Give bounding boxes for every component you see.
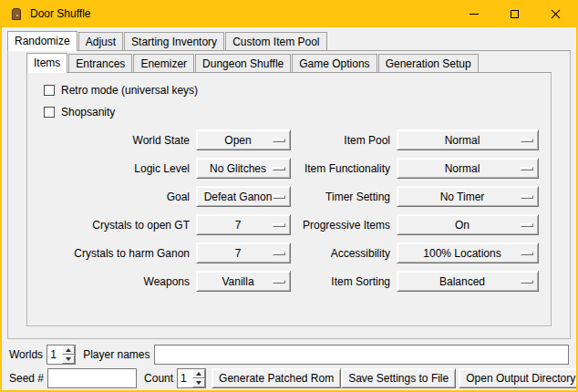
dropdown-indicator-icon: [521, 167, 533, 170]
subtab-game-options[interactable]: Game Options: [292, 54, 377, 72]
player-names-input[interactable]: [154, 345, 570, 365]
randomize-pane: Items Entrances Enemizer Dungeon Shuffle…: [7, 51, 571, 339]
count-up-button[interactable]: [192, 369, 205, 378]
tab-randomize[interactable]: Randomize: [7, 31, 77, 51]
dropdown-indicator-icon: [521, 139, 533, 142]
dropdown-indicator-icon: [273, 167, 285, 170]
dropdown-indicator-icon: [521, 252, 533, 255]
retro-mode-label: Retro mode (universal keys): [61, 84, 198, 97]
arrow-down-icon: [196, 381, 201, 385]
seed-label: Seed #: [9, 372, 44, 385]
subtab-enemizer[interactable]: Enemizer: [133, 54, 194, 72]
progressive-items-dropdown[interactable]: On: [397, 214, 539, 235]
item-sorting-label: Item Sorting: [297, 275, 390, 288]
item-functionality-value: Normal: [445, 162, 480, 175]
minimize-icon: [470, 14, 479, 15]
dropdown-indicator-icon: [273, 195, 285, 199]
dropdown-indicator-icon: [273, 223, 285, 227]
arrow-up-icon: [66, 348, 71, 352]
maximize-icon: [511, 10, 519, 18]
worlds-row: Worlds Player names: [9, 345, 569, 365]
weapons-label: Weapons: [36, 275, 190, 288]
world-state-value: Open: [224, 134, 251, 147]
timer-setting-dropdown[interactable]: No Timer: [397, 186, 539, 207]
item-sorting-dropdown[interactable]: Balanced: [397, 271, 539, 292]
worlds-spinner-arrows: [62, 346, 75, 364]
goal-value: Defeat Ganon: [204, 191, 273, 203]
minimize-button[interactable]: [453, 0, 494, 27]
item-sorting-value: Balanced: [439, 275, 485, 288]
app-icon: [9, 6, 24, 21]
player-names-label: Player names: [83, 348, 150, 361]
dropdown-indicator-icon: [273, 280, 285, 284]
worlds-spinner[interactable]: [46, 345, 76, 365]
count-down-button[interactable]: [192, 378, 205, 387]
timer-setting-value: No Timer: [440, 191, 485, 203]
titlebar[interactable]: Door Shuffle: [2, 0, 576, 27]
dropdown-indicator-icon: [521, 223, 533, 227]
item-pool-value: Normal: [445, 134, 480, 147]
accessibility-dropdown[interactable]: 100% Locations: [397, 242, 539, 263]
retro-mode-checkbox[interactable]: [44, 85, 55, 96]
shopsanity-row[interactable]: Shopsanity: [44, 105, 542, 119]
generate-patched-rom-button[interactable]: Generate Patched Rom: [212, 368, 341, 388]
accessibility-value: 100% Locations: [423, 247, 501, 260]
window: Door Shuffle Randomize Adjust Starting I…: [0, 0, 578, 392]
crystals-harm-ganon-value: 7: [235, 247, 242, 260]
main-tab-bar: Randomize Adjust Starting Inventory Cust…: [7, 31, 571, 51]
shopsanity-label: Shopsanity: [61, 106, 115, 119]
logic-level-dropdown[interactable]: No Glitches: [196, 158, 291, 179]
tab-adjust[interactable]: Adjust: [78, 32, 123, 50]
close-button[interactable]: [535, 0, 576, 27]
open-output-directory-button[interactable]: Open Output Directory: [459, 368, 578, 388]
tab-custom-item-pool[interactable]: Custom Item Pool: [225, 32, 326, 50]
dropdown-indicator-icon: [521, 280, 533, 284]
settings-grid: World State Open Item Pool Normal Logic …: [36, 129, 542, 292]
logic-level-value: No Glitches: [210, 162, 266, 175]
progressive-items-label: Progressive Items: [297, 219, 390, 232]
save-settings-button[interactable]: Save Settings to File: [341, 368, 456, 388]
dropdown-indicator-icon: [273, 252, 285, 255]
sub-tab-bar: Items Entrances Enemizer Dungeon Shuffle…: [26, 53, 552, 73]
crystals-open-gt-label: Crystals to open GT: [36, 219, 190, 232]
subtab-items[interactable]: Items: [26, 53, 67, 73]
goal-label: Goal: [36, 191, 190, 203]
crystals-harm-ganon-dropdown[interactable]: 7: [196, 242, 291, 263]
logic-level-label: Logic Level: [36, 162, 190, 175]
window-controls: [453, 0, 576, 27]
progressive-items-value: On: [455, 219, 470, 232]
subtab-dungeon-shuffle[interactable]: Dungeon Shuffle: [195, 54, 291, 72]
retro-mode-row[interactable]: Retro mode (universal keys): [44, 83, 542, 97]
timer-setting-label: Timer Setting: [297, 191, 390, 203]
sub-notebook: Items Entrances Enemizer Dungeon Shuffle…: [26, 53, 552, 326]
item-pool-dropdown[interactable]: Normal: [397, 129, 539, 150]
worlds-input[interactable]: [47, 346, 62, 364]
weapons-value: Vanilla: [222, 275, 253, 288]
client-area: Randomize Adjust Starting Inventory Cust…: [2, 31, 576, 392]
goal-dropdown[interactable]: Defeat Ganon: [196, 186, 291, 207]
count-input[interactable]: [178, 369, 192, 387]
count-spinner[interactable]: [177, 368, 206, 388]
arrow-up-icon: [196, 372, 201, 376]
worlds-up-button[interactable]: [62, 346, 75, 355]
items-pane: Retro mode (universal keys) Shopsanity W…: [26, 73, 552, 326]
bottom-bar: Worlds Player names Seed # Count: [9, 345, 569, 388]
world-state-label: World State: [36, 134, 190, 147]
shopsanity-checkbox[interactable]: [44, 107, 55, 118]
accessibility-label: Accessibility: [297, 247, 390, 260]
world-state-dropdown[interactable]: Open: [196, 129, 291, 150]
crystals-open-gt-value: 7: [235, 219, 242, 232]
window-title: Door Shuffle: [30, 7, 91, 20]
item-functionality-dropdown[interactable]: Normal: [397, 158, 539, 179]
subtab-entrances[interactable]: Entrances: [68, 54, 132, 72]
maximize-button[interactable]: [494, 0, 535, 27]
crystals-harm-ganon-label: Crystals to harm Ganon: [36, 247, 190, 260]
seed-input[interactable]: [47, 368, 137, 388]
subtab-generation-setup[interactable]: Generation Setup: [378, 54, 479, 72]
weapons-dropdown[interactable]: Vanilla: [196, 271, 291, 292]
item-functionality-label: Item Functionality: [297, 162, 390, 175]
door-icon: [12, 8, 21, 20]
worlds-down-button[interactable]: [62, 355, 75, 364]
crystals-open-gt-dropdown[interactable]: 7: [196, 214, 291, 235]
tab-starting-inventory[interactable]: Starting Inventory: [124, 32, 224, 50]
